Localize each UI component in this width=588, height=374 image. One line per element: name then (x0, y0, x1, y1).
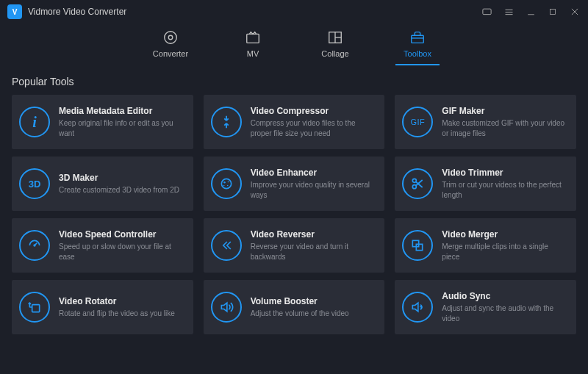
tool-card-speed[interactable]: Video Speed ControllerSpeed up or slow d… (12, 218, 193, 273)
titlebar: V Vidmore Video Converter (0, 0, 588, 24)
app-title: Vidmore Video Converter (28, 7, 126, 17)
volume-icon (211, 292, 242, 323)
tool-card-volume[interactable]: Volume BoosterAdjust the volume of the v… (204, 280, 385, 334)
enhance-icon (211, 168, 242, 199)
card-text: Media Metadata EditorKeep original file … (59, 106, 184, 138)
main: Popular Tools iMedia Metadata EditorKeep… (0, 65, 588, 340)
card-text: Video MergerMerge multiple clips into a … (442, 229, 567, 262)
compress-icon (211, 107, 242, 137)
tab-label: Converter (153, 49, 188, 58)
card-title: Video Rotator (59, 296, 184, 306)
card-desc: Trim or cut your videos to the perfect l… (442, 180, 567, 200)
card-desc: Adjust the volume of the video (251, 309, 376, 319)
card-title: Video Trimmer (442, 168, 567, 178)
trim-icon (402, 168, 433, 199)
close-icon[interactable] (569, 6, 581, 18)
card-desc: Make customized GIF with your video or i… (442, 118, 567, 138)
minimize-icon[interactable] (525, 6, 537, 18)
tool-grid: iMedia Metadata EditorKeep original file… (12, 95, 576, 334)
svg-point-16 (221, 179, 231, 188)
tool-card-merge[interactable]: Video MergerMerge multiple clips into a … (395, 218, 576, 273)
window-controls (481, 6, 581, 18)
maximize-icon[interactable] (547, 6, 559, 18)
tab-toolbox[interactable]: Toolbox (395, 28, 440, 65)
tool-card-trim[interactable]: Video TrimmerTrim or cut your videos to … (395, 157, 576, 211)
card-desc: Merge multiple clips into a single piece (442, 242, 567, 262)
card-title: Video Enhancer (251, 168, 376, 178)
card-text: Video ReverserReverse your video and tur… (251, 229, 376, 262)
svg-rect-5 (551, 10, 556, 15)
app-logo-icon: V (7, 4, 22, 19)
card-desc: Keep original file info or edit as you w… (59, 118, 184, 138)
card-text: Audio SyncAdjust and sync the audio with… (442, 291, 567, 323)
card-text: Video CompressorCompress your video file… (251, 106, 376, 138)
card-desc: Improve your video quality in several wa… (251, 180, 376, 200)
gif-icon: GIF (402, 107, 433, 137)
tool-card-sync[interactable]: Audio SyncAdjust and sync the audio with… (395, 280, 576, 334)
reverse-icon (211, 230, 242, 261)
collage-icon (327, 29, 343, 46)
card-title: Audio Sync (442, 291, 567, 301)
tool-card-gif[interactable]: GIFGIF MakerMake customized GIF with you… (395, 95, 576, 149)
card-title: GIF Maker (442, 106, 567, 116)
feedback-icon[interactable] (481, 6, 492, 18)
svg-rect-0 (482, 9, 490, 15)
card-text: Video Speed ControllerSpeed up or slow d… (59, 229, 184, 262)
info-icon: i (19, 107, 50, 137)
tab-collage[interactable]: Collage (313, 28, 357, 65)
card-title: Video Compressor (251, 106, 376, 116)
svg-point-19 (226, 185, 228, 187)
card-title: Volume Booster (251, 296, 376, 306)
svg-rect-29 (32, 305, 40, 312)
card-text: Volume BoosterAdjust the volume of the v… (251, 296, 376, 319)
tab-mv[interactable]: MV (231, 28, 275, 65)
tab-label: MV (247, 49, 259, 58)
tool-card-3d[interactable]: 3D3D MakerCreate customized 3D video fro… (12, 157, 193, 211)
section-title: Popular Tools (12, 76, 576, 87)
card-text: Video EnhancerImprove your video quality… (251, 168, 376, 200)
converter-icon (162, 29, 179, 46)
card-text: Video RotatorRotate and flip the video a… (59, 296, 184, 319)
tab-label: Collage (321, 49, 348, 58)
tool-card-rotate[interactable]: Video RotatorRotate and flip the video a… (12, 280, 193, 334)
tabbar: Converter MV Collage Toolbox (0, 24, 588, 65)
card-desc: Adjust and sync the audio with the video (442, 303, 567, 323)
toolbox-icon (409, 29, 426, 46)
card-desc: Compress your video files to the proper … (251, 118, 376, 138)
svg-rect-14 (412, 35, 424, 43)
card-title: Media Metadata Editor (59, 106, 184, 116)
svg-point-22 (413, 185, 417, 189)
svg-point-8 (165, 32, 177, 44)
card-title: Video Speed Controller (59, 229, 184, 240)
tool-card-info[interactable]: iMedia Metadata EditorKeep original file… (12, 95, 193, 149)
svg-point-9 (168, 35, 173, 40)
svg-point-20 (223, 185, 224, 187)
svg-rect-10 (247, 34, 259, 43)
svg-point-18 (227, 181, 229, 183)
tool-card-enhance[interactable]: Video EnhancerImprove your video quality… (204, 157, 385, 211)
card-text: Video TrimmerTrim or cut your videos to … (442, 168, 567, 200)
svg-point-17 (223, 181, 226, 184)
tab-label: Toolbox (404, 49, 431, 58)
card-desc: Create customized 3D video from 2D (59, 185, 184, 195)
card-desc: Rotate and flip the video as you like (59, 309, 184, 319)
title-left: V Vidmore Video Converter (7, 4, 126, 19)
card-text: 3D MakerCreate customized 3D video from … (59, 173, 184, 195)
tool-card-reverse[interactable]: Video ReverserReverse your video and tur… (204, 218, 385, 273)
menu-icon[interactable] (503, 6, 514, 18)
svg-point-26 (34, 245, 35, 246)
card-desc: Speed up or slow down your file at ease (59, 242, 184, 262)
card-title: Video Reverser (251, 229, 376, 240)
mv-icon (245, 29, 261, 46)
3d-icon: 3D (19, 168, 50, 199)
tool-card-compress[interactable]: Video CompressorCompress your video file… (204, 95, 385, 149)
card-text: GIF MakerMake customized GIF with your v… (442, 106, 567, 138)
rotate-icon (19, 292, 50, 323)
card-title: 3D Maker (59, 173, 184, 183)
sync-icon (402, 292, 433, 323)
speed-icon (19, 230, 50, 261)
svg-point-21 (413, 179, 417, 182)
card-desc: Reverse your video and turn it backwards (251, 242, 376, 262)
tab-converter[interactable]: Converter (148, 28, 193, 65)
card-title: Video Merger (442, 229, 567, 240)
